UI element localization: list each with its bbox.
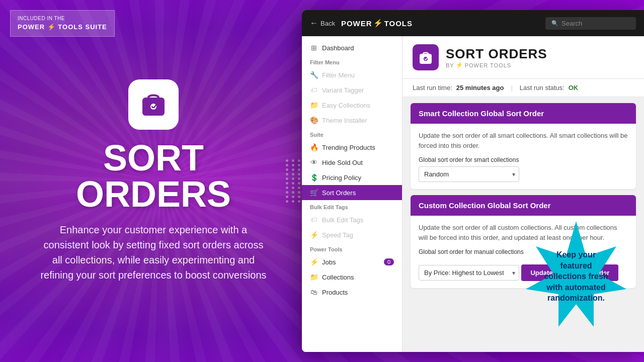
custom-sort-select[interactable]: By Price: Highest to Lowest By Price: Lo…: [419, 265, 519, 281]
by-subtitle: POWER TOOLS: [465, 62, 512, 68]
pricing-policy-icon: 💲: [310, 173, 318, 182]
easy-collections-icon: 📁: [310, 101, 318, 109]
last-run-label: Last run time:: [413, 84, 452, 92]
speed-tag-icon: ⚡: [310, 231, 318, 239]
promo-badge-container: Keep your featured collections fresh wit…: [516, 216, 636, 337]
bulk-edit-section-label: Bulk Edit Tags: [302, 200, 402, 212]
speed-tag-label: Speed Tag: [322, 231, 353, 239]
smart-collection-card: Smart Collection Global Sort Order Updat…: [411, 103, 636, 189]
promo-line2: featured: [544, 260, 608, 272]
content-title: SORT ORDERS: [446, 46, 547, 62]
variant-tagger-label: Variant Tagger: [322, 86, 364, 94]
smart-card-description: Update the sort order of all smart colle…: [419, 131, 628, 150]
sidebar-item-easy-collections[interactable]: 📁 Easy Collections: [302, 98, 402, 113]
sidebar-item-sort-orders[interactable]: 🛒 Sort Orders: [302, 185, 402, 200]
theme-installer-icon: 🎨: [310, 116, 318, 124]
hide-sold-out-label: Hide Sold Out: [322, 159, 363, 166]
sidebar-item-filter-menu[interactable]: 🔧 Filter Menu: [302, 67, 402, 82]
filter-menu-icon: 🔧: [310, 71, 318, 79]
back-label: Back: [320, 20, 335, 27]
easy-collections-label: Easy Collections: [322, 102, 370, 109]
content-bag-icon: [418, 49, 434, 65]
app-title: SORT ORDERS: [76, 140, 231, 212]
sort-orders-label: Sort Orders: [322, 189, 356, 197]
smart-field-label: Global sort order for smart collections: [419, 156, 628, 163]
last-run-status-value: OK: [569, 84, 579, 92]
power-tools-logo: POWER ⚡ TOOLS: [341, 19, 413, 28]
suite-section-label: Suite: [302, 128, 402, 140]
theme-installer-label: Theme Installer: [322, 117, 367, 124]
last-run-status-label: Last run status:: [520, 84, 565, 92]
bag-svg-icon: [138, 89, 169, 120]
sidebar-item-collections[interactable]: 📁 Collections: [302, 269, 402, 285]
dashboard-label: Dashboard: [322, 44, 354, 52]
smart-card-body: Update the sort order of all smart colle…: [411, 124, 636, 189]
sidebar-item-products[interactable]: 🛍 Products: [302, 285, 402, 300]
custom-select-wrapper: By Price: Highest to Lowest By Price: Lo…: [419, 265, 519, 281]
search-bar[interactable]: 🔍 Search: [545, 17, 636, 30]
smart-sort-select[interactable]: Random Best Selling Title A-Z Title Z-A …: [419, 166, 519, 182]
back-button[interactable]: ← Back: [310, 19, 335, 28]
sort-orders-icon: 🛒: [310, 189, 318, 197]
filter-menu-label: Filter Menu: [322, 71, 355, 79]
smart-card-header: Smart Collection Global Sort Order: [411, 103, 636, 124]
content-subtitle: BY ⚡ POWER TOOLS: [446, 62, 547, 68]
products-icon: 🛍: [310, 288, 318, 296]
pricing-policy-label: Pricing Policy: [322, 174, 361, 182]
products-label: Products: [322, 289, 348, 296]
dashboard-icon: ⊞: [310, 44, 318, 52]
search-icon: 🔍: [551, 20, 558, 27]
jobs-badge: 0: [384, 258, 394, 265]
variant-tagger-icon: 🏷: [310, 86, 318, 94]
left-panel: SORT ORDERS Enhance your customer experi…: [0, 0, 307, 362]
sidebar-item-trending-products[interactable]: 🔥 Trending Products: [302, 140, 402, 155]
back-arrow-icon: ←: [310, 19, 318, 28]
sidebar: ⊞ Dashboard Filter Menu 🔧 Filter Menu 🏷 …: [302, 36, 403, 352]
promo-line3: collections fresh: [544, 271, 608, 282]
hide-sold-out-icon: 👁: [310, 158, 318, 166]
promo-badge-text: Keep your featured collections fresh wit…: [516, 216, 636, 337]
sidebar-item-theme-installer[interactable]: 🎨 Theme Installer: [302, 113, 402, 128]
trending-products-label: Trending Products: [322, 144, 375, 151]
content-header: SORT ORDERS BY ⚡ POWER TOOLS: [403, 36, 644, 79]
app-description: Enhance your customer experience with a …: [38, 222, 269, 283]
promo-line5: randomization.: [544, 293, 608, 304]
trending-products-icon: 🔥: [310, 143, 318, 151]
bulk-edit-tags-label: Bulk Edit Tags: [322, 216, 363, 224]
bulk-edit-tags-icon: 🏷: [310, 216, 318, 224]
window-header: ← Back POWER ⚡ TOOLS 🔍 Search: [302, 10, 644, 36]
sidebar-item-pricing-policy[interactable]: 💲 Pricing Policy: [302, 170, 402, 185]
status-bar: Last run time: 25 minutes ago | Last run…: [403, 79, 644, 97]
jobs-icon: ⚡: [310, 258, 318, 266]
sidebar-item-bulk-edit-tags[interactable]: 🏷 Bulk Edit Tags: [302, 212, 402, 227]
sidebar-item-hide-sold-out[interactable]: 👁 Hide Sold Out: [302, 155, 402, 170]
sidebar-item-jobs[interactable]: ⚡ Jobs 0: [302, 254, 402, 269]
sidebar-item-speed-tag[interactable]: ⚡ Speed Tag: [302, 227, 402, 242]
power-tools-section-label: Power Tools: [302, 242, 402, 254]
smart-select-wrapper: Random Best Selling Title A-Z Title Z-A …: [419, 166, 519, 182]
promo-line1: Keep your: [544, 249, 608, 260]
collections-icon: 📁: [310, 273, 318, 281]
filter-menu-section-label: Filter Menu: [302, 55, 402, 67]
app-icon: [128, 79, 179, 130]
promo-line4: with automated: [544, 282, 608, 293]
collections-label: Collections: [322, 274, 354, 281]
logo-bolt-icon: ⚡: [373, 19, 383, 28]
search-placeholder: Search: [561, 20, 582, 27]
status-separator: |: [511, 84, 512, 92]
by-bolt-icon: ⚡: [456, 62, 463, 68]
jobs-label: Jobs: [322, 258, 336, 266]
custom-card-header: Custom Collection Global Sort Order: [411, 195, 636, 216]
last-run-time: 25 minutes ago: [456, 84, 504, 92]
content-icon: [413, 44, 439, 70]
sidebar-item-variant-tagger[interactable]: 🏷 Variant Tagger: [302, 82, 402, 98]
sidebar-item-dashboard[interactable]: ⊞ Dashboard: [302, 40, 402, 55]
